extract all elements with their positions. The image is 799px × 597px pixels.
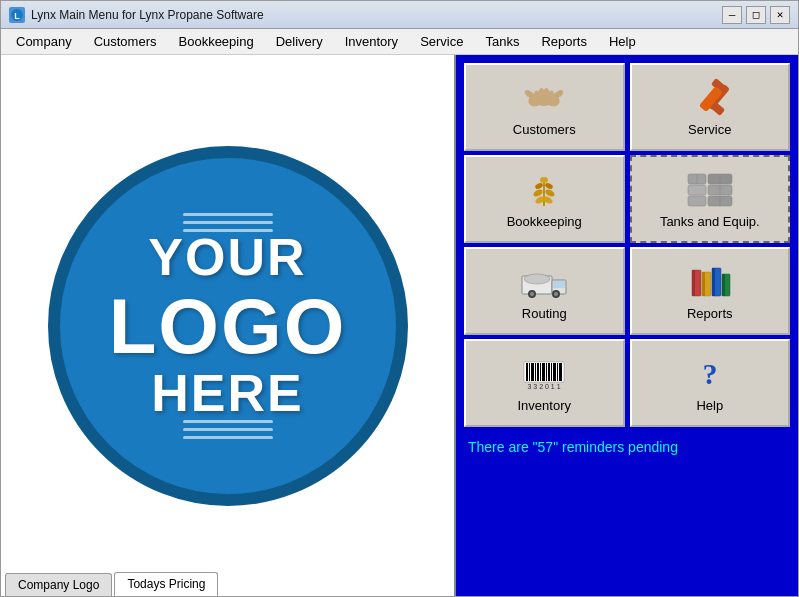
inventory-label: Inventory [518,398,571,413]
reports-label: Reports [687,306,733,321]
svg-rect-50 [692,270,695,296]
svg-point-47 [524,274,550,284]
bottom-tabs: Company Logo Todays Pricing [1,572,454,596]
svg-rect-68 [551,363,552,381]
svg-rect-69 [553,363,556,381]
menu-reports[interactable]: Reports [530,29,598,54]
menu-inventory[interactable]: Inventory [334,29,409,54]
close-button[interactable]: ✕ [770,6,790,24]
logo-line-4 [183,420,273,423]
right-panel: Customers [456,55,798,596]
logo-your: YOUR [109,229,347,286]
help-icon: ? [684,354,736,394]
logo-line-5 [183,428,273,431]
service-icon [684,78,736,118]
help-label: Help [696,398,723,413]
customers-label: Customers [513,122,576,137]
logo-line-1 [183,213,273,216]
logo-lines-top [183,213,273,232]
grid-btn-help[interactable]: ? Help [630,339,791,427]
window-controls: — □ ✕ [722,6,790,24]
logo-line-6 [183,436,273,439]
bookkeeping-icon [518,170,570,210]
svg-rect-61 [531,363,534,381]
menu-bookkeeping[interactable]: Bookkeeping [168,29,265,54]
logo-here: HERE [109,365,347,422]
grid-btn-inventory[interactable]: 3 3 2 0 1 1 Inventory [464,339,625,427]
grid-btn-reports[interactable]: Reports [630,247,791,335]
window-title: Lynx Main Menu for Lynx Propane Software [31,8,264,22]
svg-point-27 [540,177,548,183]
svg-rect-65 [542,363,545,381]
menu-bar: Company Customers Bookkeeping Delivery I… [1,29,798,55]
grid-btn-routing[interactable]: Routing [464,247,625,335]
logo-line-2 [183,221,273,224]
grid-section-row3: Routing [464,247,790,335]
menu-tanks[interactable]: Tanks [474,29,530,54]
menu-service[interactable]: Service [409,29,474,54]
svg-text:3 3 2 0 1 1: 3 3 2 0 1 1 [528,383,561,390]
svg-rect-67 [548,363,550,381]
svg-rect-30 [688,185,706,195]
svg-rect-52 [702,272,705,296]
grid-btn-customers[interactable]: Customers [464,63,625,151]
customers-icon [518,78,570,118]
svg-rect-56 [722,274,725,296]
routing-label: Routing [522,306,567,321]
tanks-icon [684,170,736,210]
reminders-text: There are "57" reminders pending [464,433,790,461]
grid-section-row2: Bookkeeping [464,155,790,243]
svg-rect-59 [526,363,528,381]
svg-rect-64 [540,363,541,381]
tanks-label: Tanks and Equip. [660,214,760,229]
maximize-button[interactable]: □ [746,6,766,24]
grid-section-row4: 3 3 2 0 1 1 Inventory ? Help [464,339,790,427]
svg-rect-71 [559,363,562,381]
logo-line-3 [183,229,273,232]
content-area: YOUR LOGO HERE Company Logo Todays Prici… [1,55,798,596]
svg-rect-31 [688,196,706,206]
svg-rect-60 [529,363,530,381]
grid-btn-bookkeeping[interactable]: Bookkeeping [464,155,625,243]
app-icon: L [9,7,25,23]
main-window: L Lynx Main Menu for Lynx Propane Softwa… [0,0,799,597]
svg-rect-54 [712,268,715,296]
routing-icon [518,262,570,302]
logo-circle: YOUR LOGO HERE [48,146,408,506]
grid-section-row1: Customers [464,63,790,151]
menu-help[interactable]: Help [598,29,647,54]
svg-rect-62 [535,363,536,381]
logo-lines-bottom [183,420,273,439]
left-panel: YOUR LOGO HERE Company Logo Todays Prici… [1,55,456,596]
svg-point-44 [530,292,534,296]
menu-customers[interactable]: Customers [83,29,168,54]
minimize-button[interactable]: — [722,6,742,24]
logo-text: YOUR LOGO HERE [109,229,347,421]
svg-rect-66 [546,363,547,381]
svg-rect-42 [553,281,565,288]
tab-company-logo[interactable]: Company Logo [5,573,112,596]
reports-icon [684,262,736,302]
svg-text:?: ? [702,357,717,390]
grid-btn-service[interactable]: Service [630,63,791,151]
svg-rect-70 [557,363,558,381]
grid-btn-tanks[interactable]: Tanks and Equip. [630,155,791,243]
menu-company[interactable]: Company [5,29,83,54]
svg-rect-63 [537,363,539,381]
tab-todays-pricing[interactable]: Todays Pricing [114,572,218,596]
service-label: Service [688,122,731,137]
svg-point-46 [554,292,558,296]
menu-delivery[interactable]: Delivery [265,29,334,54]
bookkeeping-label: Bookkeeping [507,214,582,229]
svg-text:L: L [14,11,20,21]
inventory-icon: 3 3 2 0 1 1 [518,354,570,394]
title-bar: L Lynx Main Menu for Lynx Propane Softwa… [1,1,798,29]
logo-logo: LOGO [109,287,347,365]
